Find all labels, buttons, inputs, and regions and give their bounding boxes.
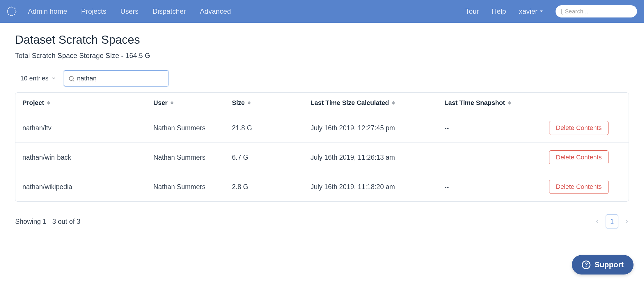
- table-header: Project User Size Last Time Size Calcula…: [15, 93, 629, 113]
- cell-project: nathan/ltv: [22, 124, 153, 132]
- table-search[interactable]: [64, 70, 168, 87]
- page-title: Dataset Scratch Spaces: [15, 33, 629, 46]
- nav-help[interactable]: Help: [492, 7, 506, 15]
- entries-label: 10 entries: [20, 75, 49, 82]
- th-size[interactable]: Size: [232, 99, 311, 107]
- page-subtitle: Total Scratch Space Storage Size - 164.5…: [15, 52, 629, 60]
- cell-snap: --: [444, 154, 549, 161]
- cell-action: Delete Contents: [549, 180, 622, 194]
- table: Project User Size Last Time Size Calcula…: [15, 92, 629, 202]
- search-icon: [561, 9, 562, 14]
- nav-admin-home[interactable]: Admin home: [28, 7, 67, 15]
- cell-user: Nathan Summers: [153, 183, 232, 191]
- prev-page-button[interactable]: [595, 218, 599, 225]
- navbar: Admin home Projects Users Dispatcher Adv…: [0, 0, 644, 23]
- th-last-calculated[interactable]: Last Time Size Calculated: [311, 99, 444, 107]
- sort-icon: [248, 101, 251, 105]
- nav-tour[interactable]: Tour: [465, 7, 479, 15]
- table-footer: Showing 1 - 3 out of 3 1: [15, 214, 629, 228]
- th-last-snapshot[interactable]: Last Time Snapshot: [444, 99, 549, 107]
- user-menu[interactable]: xavier: [519, 7, 543, 15]
- th-project[interactable]: Project: [22, 99, 153, 107]
- cell-calc: July 16th 2019, 12:27:45 pm: [311, 124, 444, 132]
- th-label: Last Time Snapshot: [444, 99, 505, 107]
- sort-icon: [508, 101, 511, 105]
- cell-project: nathan/wikipedia: [22, 183, 153, 191]
- nav-left: Admin home Projects Users Dispatcher Adv…: [28, 7, 465, 15]
- next-page-button[interactable]: [625, 218, 629, 225]
- nav-right: Tour Help xavier: [465, 5, 637, 17]
- cell-calc: July 16th 2019, 11:18:20 am: [311, 183, 444, 191]
- user-name: xavier: [519, 7, 537, 15]
- cell-user: Nathan Summers: [153, 124, 232, 132]
- table-row: nathan/wikipedia Nathan Summers 2.8 G Ju…: [15, 172, 629, 201]
- delete-contents-button[interactable]: Delete Contents: [549, 121, 608, 135]
- cell-snap: --: [444, 124, 549, 132]
- sort-icon: [392, 101, 395, 105]
- brand-logo[interactable]: [5, 4, 19, 18]
- cell-snap: --: [444, 183, 549, 191]
- th-action: [549, 99, 622, 107]
- cell-project: nathan/win-back: [22, 154, 153, 161]
- th-user[interactable]: User: [153, 99, 232, 107]
- sort-icon: [171, 101, 173, 105]
- nav-projects[interactable]: Projects: [81, 7, 107, 15]
- cell-action: Delete Contents: [549, 121, 622, 135]
- cell-user: Nathan Summers: [153, 154, 232, 161]
- table-row: nathan/win-back Nathan Summers 6.7 G Jul…: [15, 143, 629, 172]
- delete-contents-button[interactable]: Delete Contents: [549, 150, 608, 164]
- pagination: 1: [595, 214, 629, 228]
- th-label: Size: [232, 99, 245, 107]
- caret-down-icon: [540, 10, 543, 12]
- chevron-down-icon: [52, 76, 56, 80]
- cell-size: 21.8 G: [232, 124, 311, 132]
- page-content: Dataset Scratch Spaces Total Scratch Spa…: [0, 23, 644, 235]
- table-row: nathan/ltv Nathan Summers 21.8 G July 16…: [15, 113, 629, 143]
- entries-selector[interactable]: 10 entries: [20, 75, 56, 82]
- cell-size: 2.8 G: [232, 183, 311, 191]
- nav-users[interactable]: Users: [120, 7, 139, 15]
- nav-advanced[interactable]: Advanced: [200, 7, 231, 15]
- showing-text: Showing 1 - 3 out of 3: [15, 218, 80, 226]
- table-controls: 10 entries: [20, 70, 629, 87]
- global-search-input[interactable]: [565, 8, 638, 15]
- cell-action: Delete Contents: [549, 150, 622, 164]
- th-label: User: [153, 99, 168, 107]
- page-number[interactable]: 1: [606, 214, 618, 228]
- global-search[interactable]: [556, 5, 637, 17]
- sort-icon: [47, 101, 50, 105]
- delete-contents-button[interactable]: Delete Contents: [549, 180, 608, 194]
- nav-dispatcher[interactable]: Dispatcher: [152, 7, 186, 15]
- cell-size: 6.7 G: [232, 154, 311, 161]
- th-label: Project: [22, 99, 44, 107]
- search-icon: [69, 76, 74, 81]
- table-search-input[interactable]: [77, 75, 163, 82]
- cell-calc: July 16th 2019, 11:26:13 am: [311, 154, 444, 161]
- th-label: Last Time Size Calculated: [311, 99, 389, 107]
